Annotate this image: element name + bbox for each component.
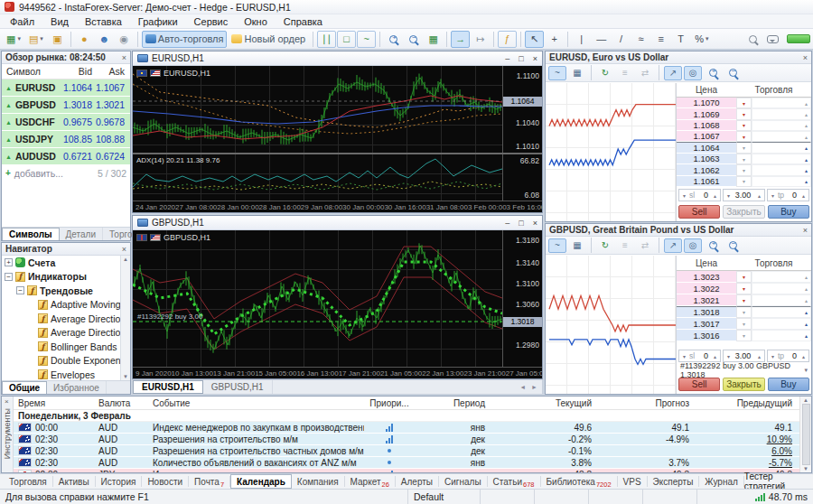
tab-favorites[interactable]: Избранное — [47, 381, 107, 394]
time-axis[interactable]: 24 Jan 202027 Jan 08:0028 Jan 00:0028 Ja… — [133, 201, 542, 212]
trade-cell[interactable]: ▴ — [752, 120, 811, 131]
tick-chart-button[interactable]: ~ — [548, 238, 566, 253]
new-chart-button[interactable]: ▦▾ — [3, 31, 24, 48]
tab-signals[interactable]: Сигналы — [439, 476, 488, 487]
open-position-row[interactable]: #11392292 buy 3.00 GBPUSD 1.3018 ▾ — [677, 364, 811, 376]
price-axis[interactable]: 1.1100 1.1070 1.1040 1.1010 66.82 6.08 — [502, 66, 542, 212]
column-priority[interactable]: Приори... — [364, 398, 415, 408]
collapse-icon[interactable]: − — [16, 286, 24, 294]
time-axis[interactable]: 9 Jan 202010 Jan 13:0013 Jan 21:0015 Jan… — [133, 367, 542, 378]
volume-stepper[interactable]: ▾3.00▴ — [723, 189, 765, 201]
symbol-row-eurusd[interactable]: ▲EURUSD 1.10641.1067 — [2, 79, 130, 97]
history-center-button[interactable]: ▣ — [48, 31, 67, 48]
trade-cell[interactable]: ▴ — [752, 330, 811, 341]
trade-cell[interactable]: ▴ — [752, 176, 811, 187]
trade-cell[interactable]: ▴ — [752, 164, 811, 175]
tree-item-indicators[interactable]: −ƒИндикаторы — [2, 270, 120, 285]
sell-price-row[interactable]: 1.3022▾▴ — [677, 283, 811, 294]
expand-icon[interactable]: + — [5, 258, 13, 266]
tab-mail[interactable]: Почта7 — [189, 476, 230, 487]
depth-button[interactable]: ≡ — [616, 238, 634, 253]
tab-codebase[interactable]: Библиотека7202 — [541, 476, 618, 487]
sell-arrow-icon[interactable]: ▾ — [736, 294, 752, 306]
objects-list-button[interactable]: ≡ — [651, 31, 670, 48]
column-forecast[interactable]: Прогноз — [599, 398, 696, 408]
scroll-down-icon[interactable]: ▼ — [123, 374, 128, 379]
tree-item-indicator[interactable]: ƒBollinger Bands — [2, 340, 120, 354]
calendar-row[interactable]: 00:00 AUD Индекс менеджеров по закупкам … — [14, 422, 799, 434]
menu-insert[interactable]: Вставка — [77, 15, 130, 28]
column-currency[interactable]: Валюта — [91, 398, 153, 408]
zoom-in-button[interactable]: + — [384, 31, 403, 48]
signals-button[interactable]: ◉ — [115, 31, 134, 48]
sell-price-row[interactable]: 1.1068▾▴ — [677, 120, 811, 131]
tree-item-indicator[interactable]: ƒAverage Directional Movement Index — [2, 312, 120, 326]
tab-alerts[interactable]: Алерты — [396, 476, 439, 487]
trade-cell[interactable]: ▴ — [752, 318, 811, 330]
zoom-out-button[interactable]: − — [724, 66, 742, 80]
sell-price-row[interactable]: 1.1070▾▴ — [677, 98, 811, 108]
sell-arrow-icon[interactable]: ▾ — [736, 306, 752, 318]
tab-news[interactable]: Новости — [142, 476, 189, 487]
line-chart-button[interactable]: ~ — [357, 31, 376, 48]
text-label-button[interactable]: T — [671, 31, 690, 48]
cursor-button[interactable]: ↖ — [525, 31, 544, 48]
sell-arrow-icon[interactable]: ▾ — [736, 120, 752, 131]
close-icon[interactable]: × — [122, 53, 126, 62]
tab-market[interactable]: Маркет26 — [345, 476, 396, 487]
profiles-button[interactable]: ▤▾ — [25, 31, 47, 48]
vertical-line-button[interactable]: | — [572, 31, 591, 48]
sell-arrow-icon[interactable]: ▾ — [736, 271, 752, 283]
arrows-button[interactable]: %▾ — [691, 31, 712, 48]
sell-arrow-icon[interactable]: ▾ — [736, 154, 752, 164]
sell-arrow-icon[interactable]: ▾ — [736, 283, 752, 294]
collapse-icon[interactable]: − — [5, 273, 13, 281]
column-current[interactable]: Текущий — [492, 398, 599, 408]
scrollbar-thumb[interactable] — [802, 404, 810, 465]
trendline-button[interactable]: / — [612, 31, 631, 48]
close-icon[interactable]: × — [5, 397, 9, 406]
toolbox-scrollbar[interactable]: ▲ ▼ — [799, 397, 811, 472]
tab-common[interactable]: Общие — [2, 381, 47, 394]
trade-cell[interactable]: ▴ — [752, 131, 811, 142]
zoom-in-button[interactable]: + — [704, 66, 722, 80]
column-period[interactable]: Период — [415, 398, 492, 408]
tab-vps[interactable]: VPS — [618, 476, 648, 487]
close-button[interactable]: × — [533, 54, 537, 63]
sell-arrow-icon[interactable]: ▾ — [736, 108, 752, 119]
trade-cell[interactable]: ▴ — [752, 108, 811, 119]
autotrade-button[interactable]: Авто-торговля — [142, 31, 228, 48]
sell-arrow-icon[interactable]: ▾ — [736, 164, 752, 175]
buy-button[interactable]: Buy — [768, 205, 809, 219]
calendar-row[interactable]: 02:30 AUD Разрешения на строительство м/… — [14, 434, 799, 445]
column-ask[interactable]: Ask — [92, 66, 128, 77]
sell-arrow-icon[interactable]: ▾ — [736, 131, 752, 142]
scroll-right-icon[interactable]: ► — [531, 384, 537, 390]
buy-price-row[interactable]: 1.1061▾▴ — [677, 176, 811, 187]
chart-tab-eurusd[interactable]: EURUSD,H1 — [133, 380, 203, 394]
tile-windows-button[interactable]: ▦ — [424, 31, 443, 48]
sell-price-row[interactable]: 1.1069▾▴ — [677, 108, 811, 119]
sell-arrow-icon[interactable]: ▾ — [736, 318, 752, 330]
tab-experts[interactable]: Эксперты — [648, 476, 700, 487]
sell-price-row[interactable]: 1.3023▾▴ — [677, 271, 811, 283]
indicators-button[interactable]: ƒ — [498, 31, 517, 48]
deposit-button[interactable]: ● — [75, 31, 94, 48]
tree-item-indicator[interactable]: ƒEnvelopes — [2, 368, 120, 380]
tab-assets[interactable]: Активы — [53, 476, 96, 487]
one-click-button[interactable]: ↗ — [664, 66, 682, 80]
take-profit-stepper[interactable]: ▾tp0▴ — [767, 189, 809, 201]
new-order-button[interactable]: Новый ордер — [228, 31, 309, 48]
chart-tab-gbpusd[interactable]: GBPUSD,H1 — [203, 380, 273, 394]
sell-arrow-icon[interactable]: ▾ — [736, 176, 752, 187]
buy-price-row[interactable]: 1.1064▾▴ — [677, 142, 811, 154]
sell-price-row[interactable]: 1.1067▾▴ — [677, 131, 811, 142]
buy-price-row[interactable]: 1.3017▾▴ — [677, 318, 811, 330]
sell-arrow-icon[interactable]: ▾ — [736, 330, 752, 341]
column-event[interactable]: Событие — [153, 398, 364, 408]
tab-symbols[interactable]: Символы — [2, 228, 60, 240]
tab-trade[interactable]: Торговля — [4, 476, 53, 487]
minimize-button[interactable]: – — [505, 54, 509, 63]
buy-price-row[interactable]: 1.3018▾▴ — [677, 306, 811, 318]
chart-window-title-bar[interactable]: GBPUSD,H1 – □ × — [133, 216, 542, 230]
